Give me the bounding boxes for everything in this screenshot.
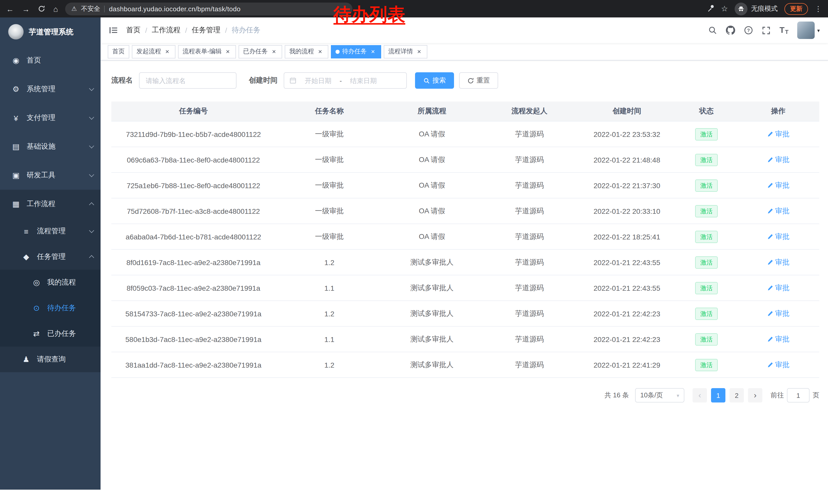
tag-label: 发起流程 bbox=[136, 47, 161, 56]
prev-page-button[interactable]: ‹ bbox=[693, 388, 707, 403]
sidebar-item-todo-task[interactable]: ⊙ 待办任务 bbox=[0, 295, 100, 321]
home-icon[interactable]: ⌂ bbox=[53, 4, 58, 13]
tags-view-tag[interactable]: 待办任务× bbox=[331, 45, 381, 58]
sidebar-item-label: 系统管理 bbox=[27, 85, 55, 94]
bookmark-star-icon[interactable]: ☆ bbox=[721, 4, 728, 13]
sidebar-item-label: 我的流程 bbox=[47, 278, 76, 287]
sidebar-item-my-process[interactable]: ◎ 我的流程 bbox=[0, 270, 100, 295]
sidebar-item-leave-query[interactable]: ♟ 请假查询 bbox=[0, 347, 100, 372]
tags-view-tag[interactable]: 流程详情× bbox=[384, 45, 427, 58]
cell-starter: 芋道源码 bbox=[481, 121, 578, 147]
github-icon[interactable] bbox=[726, 26, 735, 35]
breadcrumb-item[interactable]: 首页 bbox=[126, 26, 140, 35]
forward-icon[interactable]: → bbox=[22, 4, 30, 13]
cell-status: 激活 bbox=[676, 198, 737, 224]
app-title: 芋道管理系统 bbox=[29, 27, 73, 37]
approve-label: 审批 bbox=[775, 360, 790, 369]
hamburger-icon[interactable] bbox=[109, 26, 118, 35]
todo-task-page: 流程名 创建时间 - 搜索 bbox=[100, 61, 828, 504]
search-button[interactable]: 搜索 bbox=[415, 72, 454, 89]
edit-icon bbox=[767, 362, 773, 368]
update-button[interactable]: 更新 bbox=[784, 3, 808, 15]
end-date-input[interactable] bbox=[344, 76, 383, 85]
close-icon[interactable]: × bbox=[271, 48, 278, 55]
pager-pages: 12 bbox=[709, 388, 746, 403]
reload-icon[interactable] bbox=[38, 5, 45, 12]
sidebar-item-label: 任务管理 bbox=[37, 252, 66, 262]
close-icon[interactable]: × bbox=[317, 48, 324, 55]
page-button-2[interactable]: 2 bbox=[730, 388, 744, 403]
approve-button[interactable]: 审批 bbox=[767, 181, 790, 190]
breadcrumb-item[interactable]: 工作流程 bbox=[152, 26, 180, 35]
approve-button[interactable]: 审批 bbox=[767, 207, 790, 216]
approve-button[interactable]: 审批 bbox=[767, 130, 790, 139]
approve-button[interactable]: 审批 bbox=[767, 360, 790, 369]
cell-time: 2022-01-21 22:42:23 bbox=[578, 301, 676, 326]
tags-view-tag[interactable]: 发起流程× bbox=[132, 45, 175, 58]
approve-button[interactable]: 审批 bbox=[767, 283, 790, 292]
search-icon[interactable] bbox=[708, 26, 717, 35]
approve-button[interactable]: 审批 bbox=[767, 258, 790, 267]
process-name-input[interactable] bbox=[139, 72, 237, 89]
sidebar-item-payment[interactable]: ¥ 支付管理 bbox=[0, 103, 100, 132]
incognito-label: 无痕模式 bbox=[751, 4, 778, 13]
user-menu[interactable]: ▾ bbox=[797, 21, 820, 39]
tags-bar: 首页发起流程×流程表单-编辑×已办任务×我的流程×待办任务×流程详情× bbox=[100, 43, 828, 60]
sidebar-item-task-management[interactable]: ◆ 任务管理 bbox=[0, 244, 100, 270]
task-table-body: 73211d9d-7b9b-11ec-b5b7-acde48001122一级审批… bbox=[111, 121, 819, 378]
close-icon[interactable]: × bbox=[416, 48, 423, 55]
back-icon[interactable]: ← bbox=[6, 4, 14, 13]
tags-view-tag[interactable]: 已办任务× bbox=[239, 45, 282, 58]
approve-button[interactable]: 审批 bbox=[767, 309, 790, 318]
browser-menu-icon[interactable]: ⋮ bbox=[815, 5, 822, 13]
close-icon[interactable]: × bbox=[369, 48, 377, 55]
close-icon[interactable]: × bbox=[164, 48, 171, 55]
status-badge: 激活 bbox=[695, 282, 718, 294]
approve-button[interactable]: 审批 bbox=[767, 334, 790, 344]
sidebar-item-system[interactable]: ⚙ 系统管理 bbox=[0, 75, 100, 103]
address-divider bbox=[105, 5, 105, 12]
sidebar-menu: ◉ 首页 ⚙ 系统管理 ¥ 支付管理 ▤ 基础设施 ▣ 研发工具 bbox=[0, 46, 100, 372]
sidebar-item-devtools[interactable]: ▣ 研发工具 bbox=[0, 161, 100, 190]
page-button-1[interactable]: 1 bbox=[711, 388, 726, 403]
cell-process: 测试多审批人 bbox=[383, 301, 481, 326]
tags-view-tag[interactable]: 我的流程× bbox=[285, 45, 328, 58]
navbar-actions: ? TT ▾ bbox=[708, 21, 820, 39]
reset-button[interactable]: 重置 bbox=[459, 72, 498, 89]
font-size-icon[interactable]: TT bbox=[780, 26, 788, 35]
cell-process: 测试多审批人 bbox=[383, 249, 481, 275]
cell-name: 1.1 bbox=[276, 275, 383, 301]
chevron-up-icon bbox=[89, 202, 94, 208]
start-date-input[interactable] bbox=[299, 76, 338, 85]
fullscreen-icon[interactable] bbox=[762, 26, 771, 35]
sidebar-item-done-task[interactable]: ⇄ 已办任务 bbox=[0, 321, 100, 347]
cell-action: 审批 bbox=[737, 224, 819, 249]
sidebar-item-workflow[interactable]: ▦ 工作流程 bbox=[0, 190, 100, 218]
tags-view-tag[interactable]: 首页 bbox=[108, 45, 129, 58]
sidebar-item-home[interactable]: ◉ 首页 bbox=[0, 46, 100, 75]
sidebar-item-process-management[interactable]: ≡ 流程管理 bbox=[0, 218, 100, 244]
approve-button[interactable]: 审批 bbox=[767, 155, 790, 164]
workflow-icon: ▦ bbox=[10, 199, 22, 209]
help-icon[interactable]: ? bbox=[744, 26, 753, 35]
app-logo[interactable]: 芋道管理系统 bbox=[0, 17, 100, 46]
key-icon[interactable] bbox=[707, 4, 714, 13]
date-range-separator: - bbox=[340, 77, 342, 84]
cell-status: 激活 bbox=[676, 352, 737, 378]
security-label: 不安全 bbox=[81, 4, 100, 13]
goto-page-input[interactable] bbox=[787, 388, 810, 403]
approve-button[interactable]: 审批 bbox=[767, 232, 790, 241]
tags-view-tag[interactable]: 流程表单-编辑× bbox=[178, 45, 236, 58]
sidebar-item-infrastructure[interactable]: ▤ 基础设施 bbox=[0, 132, 100, 161]
chevron-down-icon: ▾ bbox=[677, 393, 679, 398]
status-badge: 激活 bbox=[695, 128, 718, 140]
address-bar[interactable]: ⚠ 不安全 dashboard.yudao.iocoder.cn/bpm/tas… bbox=[65, 2, 353, 15]
page-size-select[interactable]: 10条/页 ▾ bbox=[635, 388, 685, 403]
date-range-picker[interactable]: - bbox=[284, 72, 407, 89]
cell-id: 73211d9d-7b9b-11ec-b5b7-acde48001122 bbox=[111, 121, 276, 147]
status-badge: 激活 bbox=[695, 307, 718, 320]
next-page-button[interactable]: › bbox=[748, 388, 762, 403]
close-icon[interactable]: × bbox=[224, 48, 232, 55]
task-table: 任务编号任务名称所属流程流程发起人创建时间状态操作 73211d9d-7b9b-… bbox=[111, 101, 819, 378]
breadcrumb-item[interactable]: 任务管理 bbox=[192, 26, 220, 35]
